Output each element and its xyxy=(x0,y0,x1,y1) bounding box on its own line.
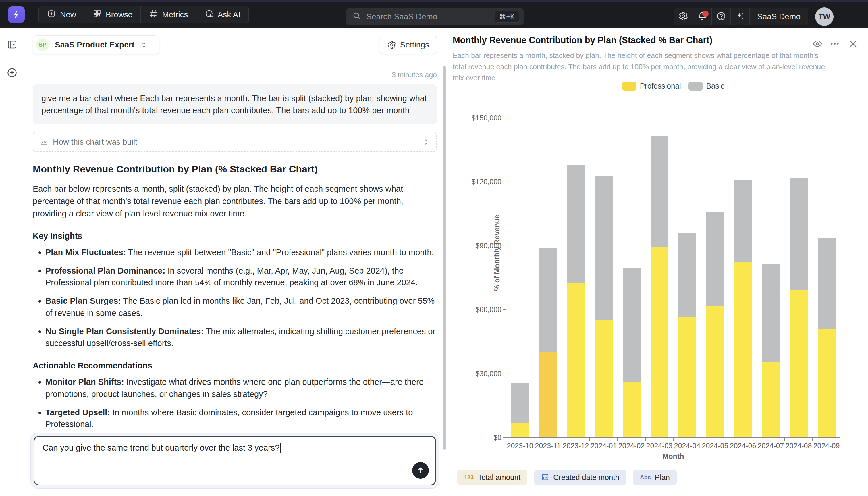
abc-icon: Abc xyxy=(640,474,651,481)
bar-segment-professional-2024-06[interactable] xyxy=(734,262,752,437)
y-axis-tick xyxy=(503,374,505,374)
bar-segment-professional-2023-12[interactable] xyxy=(567,283,585,437)
bar-segment-basic-2023-12[interactable] xyxy=(567,165,585,283)
list-item: Targeted Upsell: In months where Basic d… xyxy=(45,407,437,427)
nav-ask-ai-button[interactable]: Ask AI xyxy=(196,6,248,23)
y-axis-label: $150,000 xyxy=(444,114,501,122)
bar-segment-basic-2024-04[interactable] xyxy=(678,233,696,317)
bar-segment-basic-2024-03[interactable] xyxy=(650,136,669,247)
navbar-icon-group: SaaS Demo xyxy=(674,8,808,25)
gear-button[interactable] xyxy=(674,8,693,25)
bar-segment-basic-2024-07[interactable] xyxy=(762,264,780,362)
bar-segment-basic-2024-06[interactable] xyxy=(734,180,752,262)
field-chip-created-date-month[interactable]: Created date month xyxy=(534,469,626,485)
bar-segment-basic-2024-05[interactable] xyxy=(706,212,724,306)
settings-button[interactable]: Settings xyxy=(380,36,437,54)
list-item: Professional Plan Dominance: In several … xyxy=(45,265,437,289)
bar-segment-basic-2024-01[interactable] xyxy=(595,176,613,320)
user-avatar[interactable]: TW xyxy=(815,7,834,26)
bar-segment-basic-2024-09[interactable] xyxy=(818,238,836,330)
app-logo[interactable] xyxy=(8,6,25,23)
key-insights-heading: Key Insights xyxy=(33,231,437,241)
chevron-updown-icon xyxy=(140,41,148,49)
how-built-label: How this chart was built xyxy=(53,137,417,146)
bar-segment-basic-2023-10[interactable] xyxy=(511,383,529,423)
hash-icon xyxy=(149,9,158,20)
legend-swatch xyxy=(622,82,637,91)
chart-field-chips: 123Total amountCreated date monthAbcPlan xyxy=(457,469,677,485)
ellipsis-icon xyxy=(830,38,840,49)
close-panel-button[interactable] xyxy=(848,38,858,50)
bar-segment-professional-2024-01[interactable] xyxy=(595,320,613,437)
x-axis-tick xyxy=(784,438,785,441)
bar-segment-professional-2024-02[interactable] xyxy=(623,382,641,437)
chevron-updown-icon xyxy=(422,138,429,146)
agent-selector[interactable]: SP SaaS Product Expert xyxy=(33,35,159,54)
chat-input-wrapper: Can you give the same trend but quarterl… xyxy=(30,433,439,489)
recommendations-list: Monitor Plan Shifts: Investigate what dr… xyxy=(45,376,437,427)
how-chart-was-built-toggle[interactable]: How this chart was built xyxy=(33,132,437,152)
bar-segment-professional-2024-05[interactable] xyxy=(706,306,724,437)
search-icon xyxy=(352,12,361,22)
bar-segment-professional-2024-03[interactable] xyxy=(650,247,669,437)
calendar-icon xyxy=(541,473,549,482)
org-switcher[interactable]: SaaS Demo xyxy=(750,8,808,25)
bar-segment-basic-2024-08[interactable] xyxy=(790,177,808,290)
chat-panel: SP SaaS Product Expert Settings 3 minute… xyxy=(24,28,448,496)
chat-input[interactable]: Can you give the same trend but quarterl… xyxy=(34,436,436,485)
search-shortcut-badge: ⌘+K xyxy=(495,11,519,23)
legend-item-professional[interactable]: Professional xyxy=(622,82,681,91)
sparkles-icon xyxy=(735,11,745,22)
plus-square-icon xyxy=(47,9,56,20)
bar-segment-professional-2024-09[interactable] xyxy=(818,329,836,437)
x-axis-tick xyxy=(701,438,702,441)
y-axis-tick xyxy=(503,118,505,119)
field-chip-total-amount[interactable]: 123Total amount xyxy=(457,469,527,485)
global-search-input[interactable]: Search SaaS Demo ⌘+K xyxy=(346,8,524,25)
x-axis-tick xyxy=(562,438,562,441)
bar-segment-basic-2023-11[interactable] xyxy=(539,248,557,352)
help-icon xyxy=(716,11,726,22)
bar-segment-professional-2024-04[interactable] xyxy=(678,317,696,437)
chat-header: SP SaaS Product Expert Settings xyxy=(24,28,447,62)
bar-segment-basic-2024-02[interactable] xyxy=(623,268,641,382)
search-placeholder: Search SaaS Demo xyxy=(366,12,495,21)
x-axis-tick xyxy=(812,438,813,441)
close-icon xyxy=(848,38,858,49)
expand-sidebar-button[interactable] xyxy=(0,34,24,55)
chat-scrollbar-thumb[interactable] xyxy=(443,66,446,450)
chart-panel: Monthly Revenue Contribution by Plan (St… xyxy=(448,28,868,496)
x-axis-tick xyxy=(729,438,729,441)
nav-new-button[interactable]: New xyxy=(39,6,84,23)
nav-browse-button[interactable]: Browse xyxy=(84,6,141,23)
chart-plot-area: % of Monthly Revenue $0$30,000$60,000$90… xyxy=(506,118,840,437)
field-chip-plan[interactable]: AbcPlan xyxy=(633,469,677,485)
legend-item-basic[interactable]: Basic xyxy=(689,82,725,91)
chart-trend-icon xyxy=(40,138,48,146)
new-thread-button[interactable] xyxy=(0,63,24,83)
y-axis-label: $120,000 xyxy=(444,177,501,186)
preview-eye-button[interactable] xyxy=(812,38,823,50)
recommendations-heading: Actionable Recommendations xyxy=(33,361,437,370)
top-navbar: NewBrowseMetricsAsk AI Search SaaS Demo … xyxy=(0,2,868,28)
nav-metrics-button[interactable]: Metrics xyxy=(141,6,196,23)
bar-segment-professional-2024-08[interactable] xyxy=(790,290,808,437)
chart-panel-subtitle: Each bar represents a month, stacked by … xyxy=(453,50,826,83)
key-insights-list: Plan Mix Fluctuates: The revenue split b… xyxy=(45,247,437,350)
y-axis-label: $90,000 xyxy=(444,242,501,250)
help-button[interactable] xyxy=(712,8,731,25)
numeric-123-icon: 123 xyxy=(464,474,473,481)
x-axis-tick xyxy=(673,438,674,441)
gear-icon xyxy=(387,41,396,49)
send-button[interactable] xyxy=(412,462,429,479)
list-item: Basic Plan Surges: The Basic plan led in… xyxy=(45,295,437,319)
list-item: Plan Mix Fluctuates: The revenue split b… xyxy=(45,247,437,259)
bar-segment-professional-2024-07[interactable] xyxy=(762,362,780,437)
more-options-button[interactable] xyxy=(830,38,840,50)
bar-segment-professional-2023-11[interactable] xyxy=(539,352,557,437)
chart-panel-title: Monthly Revenue Contribution by Plan (St… xyxy=(453,35,712,45)
bar-segment-professional-2023-10[interactable] xyxy=(511,423,529,437)
chat-input-value: Can you give the same trend but quarterl… xyxy=(43,443,401,453)
bell-button[interactable] xyxy=(693,8,712,25)
sparkles-button[interactable] xyxy=(731,8,750,25)
